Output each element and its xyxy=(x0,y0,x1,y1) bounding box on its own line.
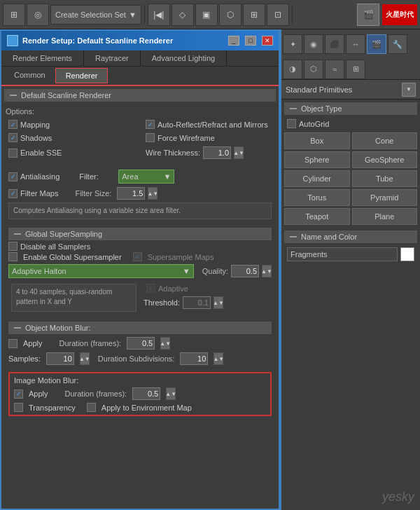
primitives-bar: Standard Primitives ▼ xyxy=(281,80,420,99)
content-area[interactable]: Options: Mapping Auto-Reflect/Refract an… xyxy=(1,103,279,509)
toolbar-btn-1[interactable]: ⊞ xyxy=(3,4,25,26)
obj-duration-spin[interactable]: ▲▼ xyxy=(160,337,170,350)
enable-global-label: Enable Global Supersampler xyxy=(23,253,122,261)
obj-duration-input[interactable] xyxy=(127,337,155,350)
sphere-button[interactable]: Sphere xyxy=(284,151,350,168)
cylinder-button[interactable]: Cylinder xyxy=(284,170,350,187)
tab-advanced-lighting[interactable]: Advanced Lighting xyxy=(141,50,227,66)
tab-raytracer[interactable]: Raytracer xyxy=(84,50,141,66)
toolbar-btn-7[interactable]: ⊞ xyxy=(243,4,265,26)
section-dash-icon xyxy=(10,95,17,96)
img-motion-apply-checkbox[interactable] xyxy=(14,390,23,399)
tab-common[interactable]: Common xyxy=(4,68,55,83)
rt-btn-3[interactable]: ⬛ xyxy=(325,34,344,54)
name-input[interactable] xyxy=(287,247,398,261)
wire-thickness-spin[interactable]: ▲▼ xyxy=(234,146,244,159)
render-icon[interactable]: 🎬 xyxy=(357,4,379,26)
main-layout: Render Setup: Default Scanline Renderer … xyxy=(0,29,420,510)
tab-renderer[interactable]: Renderer xyxy=(55,68,108,83)
rt-btn-6[interactable]: 🔧 xyxy=(388,34,407,54)
sampler-row: Adaptive Halton ▼ Quality: ▲▼ xyxy=(6,263,274,280)
duration-sub-spin[interactable]: ▲▼ xyxy=(214,352,223,365)
filter-value: Area xyxy=(122,172,138,181)
antialiasing-checkbox[interactable] xyxy=(8,172,18,181)
color-swatch[interactable] xyxy=(400,247,414,261)
quality-input[interactable] xyxy=(231,265,259,277)
disable-samplers-checkbox[interactable] xyxy=(8,242,18,251)
object-type-label: Object Type xyxy=(301,104,342,113)
autogrid-checkbox[interactable] xyxy=(287,119,296,128)
rt-btn-2[interactable]: ◉ xyxy=(304,34,323,54)
threshold-input[interactable] xyxy=(183,296,211,309)
create-selection-btn[interactable]: Create Selection Set ▼ xyxy=(50,5,141,25)
antialiasing-label: Antialiasing xyxy=(20,172,59,181)
wire-thickness-input[interactable] xyxy=(203,146,231,159)
supersampling-header: Global SuperSampling xyxy=(8,228,272,240)
toolbar-btn-6[interactable]: ⬡ xyxy=(219,4,241,26)
enable-global-checkbox[interactable] xyxy=(8,252,18,261)
primitives-dropdown[interactable]: ▼ xyxy=(402,83,416,97)
img-duration-spin[interactable]: ▲▼ xyxy=(166,387,176,400)
img-duration-input[interactable] xyxy=(132,387,160,400)
window-icon xyxy=(7,35,18,46)
minimize-button[interactable]: _ xyxy=(228,36,239,46)
cone-button[interactable]: Cone xyxy=(352,132,418,149)
toolbar-btn-8[interactable]: ⊡ xyxy=(267,4,289,26)
rt-btn-8[interactable]: ⬡ xyxy=(304,60,323,79)
filter-size-spin[interactable]: ▲▼ xyxy=(148,187,158,200)
plane-button[interactable]: Plane xyxy=(352,208,418,225)
filter-maps-label: Filter Maps xyxy=(20,189,58,198)
rt-btn-7[interactable]: ◑ xyxy=(283,60,302,79)
transparency-checkbox[interactable] xyxy=(14,403,23,412)
samples-spin[interactable]: ▲▼ xyxy=(80,352,90,365)
options-label: Options: xyxy=(6,104,274,117)
rt-btn-1[interactable]: ✦ xyxy=(283,34,302,54)
quality-spin[interactable]: ▲▼ xyxy=(262,265,272,277)
auto-reflect-checkbox[interactable] xyxy=(146,120,155,129)
enable-sse-checkbox[interactable] xyxy=(8,149,18,158)
tab-row-1: Render Elements Raytracer Advanced Light… xyxy=(1,50,279,67)
rt-btn-9[interactable]: ≈ xyxy=(325,60,344,79)
teapot-button[interactable]: Teapot xyxy=(284,208,350,225)
adaptive-col: Adaptive Threshold: ▲▼ xyxy=(141,281,272,315)
right-panel: ✦ ◉ ⬛ ↔ 🎬 🔧 ◑ ⬡ ≈ ⊞ Standard Primitives … xyxy=(280,29,420,510)
box-button[interactable]: Box xyxy=(284,132,350,149)
toolbar-btn-5[interactable]: ▣ xyxy=(195,4,218,26)
sampler-dropdown[interactable]: Adaptive Halton ▼ xyxy=(8,264,194,278)
rt-btn-10[interactable]: ⊞ xyxy=(346,60,365,79)
filter-dropdown[interactable]: Area ▼ xyxy=(118,170,174,184)
toolbar-btn-3[interactable]: |◀| xyxy=(148,4,170,26)
filter-size-input[interactable] xyxy=(117,187,145,200)
brand-logo: 火星时代 xyxy=(382,4,417,25)
tube-button[interactable]: Tube xyxy=(352,170,418,187)
object-buttons-grid: Box Cone Sphere GeoSphere Cylinder Tube … xyxy=(284,132,417,225)
toolbar-btn-2[interactable]: ◎ xyxy=(27,4,49,26)
obj-motion-apply-checkbox[interactable] xyxy=(8,339,18,348)
filter-maps-checkbox[interactable] xyxy=(8,189,18,198)
close-button[interactable]: ✕ xyxy=(262,36,273,46)
apply-env-checkbox[interactable] xyxy=(87,403,96,412)
mapping-checkbox[interactable] xyxy=(8,120,18,129)
pyramid-button[interactable]: Pyramid xyxy=(352,189,418,206)
samples-input[interactable] xyxy=(46,352,74,365)
geosphere-button[interactable]: GeoSphere xyxy=(352,151,418,168)
toolbar-btn-4[interactable]: ◇ xyxy=(172,4,194,26)
object-type-section: Object Type AutoGrid Box Cone Sphere Geo… xyxy=(284,102,417,225)
threshold-spin[interactable]: ▲▼ xyxy=(214,296,223,309)
rt-btn-4[interactable]: ↔ xyxy=(346,34,365,54)
adaptive-checkbox[interactable] xyxy=(146,284,155,293)
filter-dropdown-arrow-icon: ▼ xyxy=(163,172,171,181)
supersample-maps-checkbox[interactable] xyxy=(133,252,142,261)
sampler-arrow-icon: ▼ xyxy=(183,267,190,275)
shadows-checkbox[interactable] xyxy=(8,133,18,142)
filter-maps-row: Filter Maps Filter Size: ▲▼ xyxy=(6,187,274,200)
apply-env-label: Apply to Environment Map xyxy=(102,404,192,412)
torus-button[interactable]: Torus xyxy=(284,189,350,206)
duration-sub-input[interactable] xyxy=(180,352,208,365)
name-color-section: Name and Color xyxy=(284,230,417,263)
force-wireframe-checkbox[interactable] xyxy=(146,133,155,142)
rt-btn-5[interactable]: 🎬 xyxy=(367,34,386,54)
autogrid-row: AutoGrid xyxy=(284,118,417,130)
maximize-button[interactable]: □ xyxy=(245,36,256,46)
tab-render-elements[interactable]: Render Elements xyxy=(1,50,84,66)
